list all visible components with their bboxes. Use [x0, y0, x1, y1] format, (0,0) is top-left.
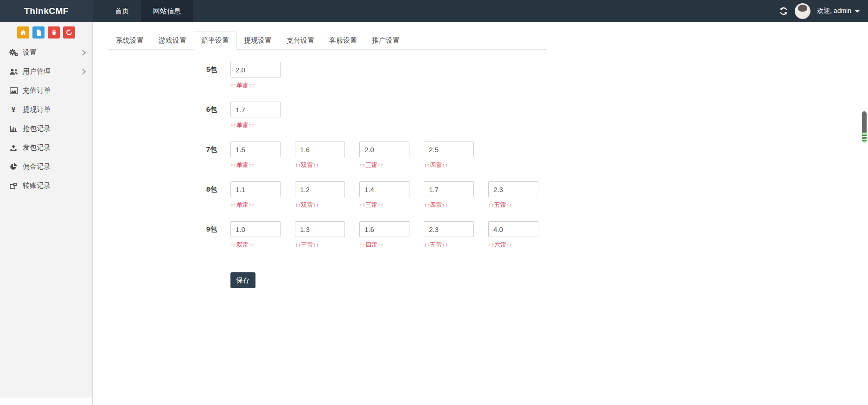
- odds-field: ↑↑五雷↑↑: [488, 181, 538, 209]
- form-row-6包: 6包↑↑单雷↑↑: [93, 102, 868, 129]
- sidebar-item-5[interactable]: 发包记录: [0, 138, 92, 157]
- tab-5[interactable]: 客服设置: [322, 32, 364, 50]
- tab-6[interactable]: 推广设置: [364, 32, 407, 50]
- row-label: 5包: [93, 62, 223, 90]
- odds-field: ↑↑六雷↑↑: [488, 221, 538, 249]
- field-hint: ↑↑六雷↑↑: [488, 241, 538, 249]
- row-fields: ↑↑单雷↑↑↑↑双雷↑↑↑↑三雷↑↑↑↑四雷↑↑: [230, 141, 488, 169]
- scrollbar-green-stripes: [862, 132, 867, 143]
- odds-field: ↑↑三雷↑↑: [359, 181, 409, 209]
- file-icon: [36, 29, 42, 36]
- field-hint: ↑↑单雷↑↑: [230, 81, 281, 90]
- settings-tabbar: 系统设置游戏设置赔率设置提现设置支付设置客服设置推广设置: [108, 32, 547, 50]
- field-hint: ↑↑五雷↑↑: [424, 241, 474, 249]
- transfer-icon: [8, 182, 19, 189]
- tab-1[interactable]: 游戏设置: [151, 32, 194, 50]
- save-button[interactable]: 保存: [230, 272, 255, 288]
- form-row-7包: 7包↑↑单雷↑↑↑↑双雷↑↑↑↑三雷↑↑↑↑四雷↑↑: [93, 141, 868, 169]
- odds-field: ↑↑三雷↑↑: [295, 221, 345, 249]
- sidebar-item-6[interactable]: 佣金记录: [0, 157, 92, 176]
- scrollbar[interactable]: [862, 111, 867, 143]
- home-icon: [20, 29, 26, 36]
- file-quick-button[interactable]: [32, 26, 45, 39]
- field-hint: ↑↑单雷↑↑: [230, 161, 281, 169]
- odds-input-5包-0[interactable]: [230, 62, 281, 77]
- chevron-right-icon: [80, 50, 86, 56]
- quick-buttons-bar: [0, 22, 92, 43]
- sidebar-item-2[interactable]: 充值订单: [0, 81, 92, 100]
- odds-input-8包-0[interactable]: [230, 181, 281, 197]
- odds-field: ↑↑五雷↑↑: [424, 221, 474, 249]
- avatar-image: [798, 5, 807, 12]
- sidebar-item-label: 转账记录: [23, 181, 51, 190]
- recycle-quick-button[interactable]: [63, 26, 75, 39]
- form-row-5包: 5包↑↑单雷↑↑: [93, 62, 868, 90]
- odds-field: ↑↑单雷↑↑: [230, 141, 281, 169]
- top-navbar: ThinkCMF 首页网站信息 欢迎, admin: [0, 0, 868, 22]
- tab-4[interactable]: 支付设置: [279, 32, 322, 50]
- sidebar-item-label: 提现订单: [23, 105, 51, 114]
- odds-input-9包-0[interactable]: [230, 221, 281, 237]
- recycle-icon: [66, 29, 72, 36]
- area-chart-icon: [8, 87, 19, 94]
- field-hint: ↑↑四雷↑↑: [424, 201, 474, 209]
- field-hint: ↑↑四雷↑↑: [424, 161, 474, 169]
- row-label: 9包: [93, 221, 223, 249]
- odds-input-7包-2[interactable]: [359, 141, 409, 157]
- navbar-right: 欢迎, admin: [779, 0, 860, 22]
- sidebar-menu: 设置用户管理充值订单¥提现订单抢包记录发包记录佣金记录转账记录: [0, 43, 92, 195]
- trash-quick-button[interactable]: [48, 26, 60, 39]
- odds-field: ↑↑四雷↑↑: [359, 221, 409, 249]
- row-fields: ↑↑单雷↑↑: [230, 102, 295, 129]
- odds-input-8包-4[interactable]: [488, 181, 538, 197]
- sidebar-item-3[interactable]: ¥提现订单: [0, 100, 92, 119]
- avatar[interactable]: [795, 3, 811, 19]
- odds-input-8包-2[interactable]: [359, 181, 409, 197]
- odds-input-9包-2[interactable]: [359, 221, 409, 237]
- row-label: 7包: [93, 141, 223, 169]
- tab-3[interactable]: 提现设置: [236, 32, 279, 50]
- field-hint: ↑↑五雷↑↑: [488, 201, 538, 209]
- scrollbar-thumb[interactable]: [862, 111, 867, 132]
- sidebar-item-0[interactable]: 设置: [0, 43, 92, 62]
- field-hint: ↑↑单雷↑↑: [230, 121, 281, 129]
- sidebar-item-1[interactable]: 用户管理: [0, 62, 92, 81]
- sidebar: 设置用户管理充值订单¥提现订单抢包记录发包记录佣金记录转账记录: [0, 22, 93, 405]
- upload-icon: [8, 144, 19, 151]
- odds-field: ↑↑单雷↑↑: [230, 181, 281, 209]
- caret-down-icon: [855, 10, 860, 13]
- odds-field: ↑↑四雷↑↑: [424, 181, 474, 209]
- field-hint: ↑↑双雷↑↑: [295, 161, 345, 169]
- odds-input-7包-3[interactable]: [424, 141, 474, 157]
- sidebar-item-label: 发包记录: [23, 143, 51, 152]
- yen-icon: ¥: [8, 106, 19, 114]
- sidebar-item-4[interactable]: 抢包记录: [0, 119, 92, 138]
- sidebar-item-7[interactable]: 转账记录: [0, 176, 92, 195]
- brand-logo[interactable]: ThinkCMF: [0, 0, 93, 22]
- navbar-menu: 首页网站信息: [93, 0, 193, 22]
- nav-item-0[interactable]: 首页: [103, 0, 141, 22]
- odds-input-9包-3[interactable]: [424, 221, 474, 237]
- pie-chart-icon: [8, 163, 19, 170]
- nav-item-1[interactable]: 网站信息: [141, 0, 193, 22]
- sidebar-item-label: 设置: [23, 48, 37, 57]
- row-fields: ↑↑双雷↑↑↑↑三雷↑↑↑↑四雷↑↑↑↑五雷↑↑↑↑六雷↑↑: [230, 221, 553, 249]
- field-hint: ↑↑三雷↑↑: [295, 241, 345, 249]
- trash-icon: [51, 29, 57, 36]
- odds-input-6包-0[interactable]: [230, 102, 281, 117]
- sidebar-bottom-gap: [0, 398, 92, 405]
- field-hint: ↑↑三雷↑↑: [359, 201, 409, 209]
- welcome-text[interactable]: 欢迎, admin: [817, 7, 851, 15]
- refresh-icon[interactable]: [779, 6, 788, 16]
- odds-input-7包-1[interactable]: [295, 141, 345, 157]
- odds-input-8包-3[interactable]: [424, 181, 474, 197]
- odds-input-8包-1[interactable]: [295, 181, 345, 197]
- odds-field: ↑↑单雷↑↑: [230, 62, 281, 90]
- tab-2[interactable]: 赔率设置: [194, 32, 236, 50]
- row-fields: ↑↑单雷↑↑↑↑双雷↑↑↑↑三雷↑↑↑↑四雷↑↑↑↑五雷↑↑: [230, 181, 553, 209]
- odds-input-9包-4[interactable]: [488, 221, 538, 237]
- odds-input-9包-1[interactable]: [295, 221, 345, 237]
- tab-0[interactable]: 系统设置: [108, 32, 151, 50]
- odds-input-7包-0[interactable]: [230, 141, 281, 157]
- home-quick-button[interactable]: [17, 26, 29, 39]
